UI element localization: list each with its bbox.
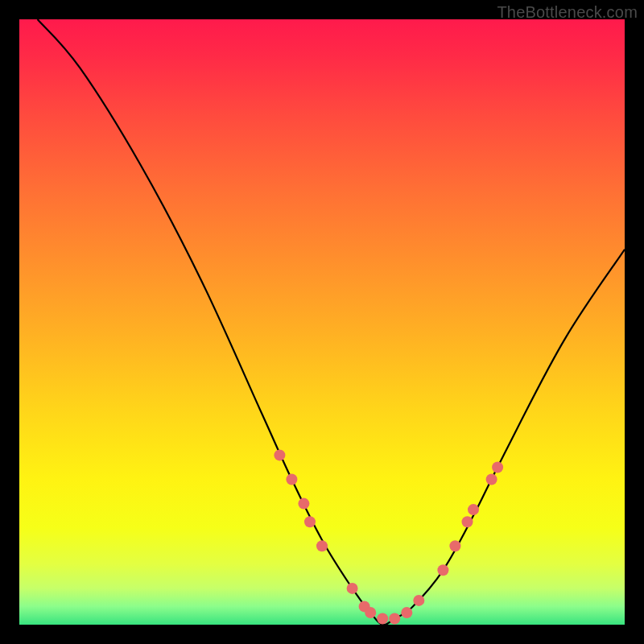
highlight-dot bbox=[298, 498, 309, 510]
highlight-markers bbox=[274, 449, 503, 624]
highlight-dot bbox=[449, 540, 460, 551]
highlight-dot bbox=[492, 462, 503, 473]
highlight-dot bbox=[468, 504, 479, 515]
highlight-dot bbox=[413, 595, 424, 606]
highlight-dot bbox=[401, 607, 412, 618]
chart-frame bbox=[19, 19, 625, 625]
highlight-dot bbox=[486, 474, 497, 485]
chart-svg bbox=[19, 19, 625, 625]
highlight-dot bbox=[304, 516, 316, 527]
highlight-dot bbox=[377, 613, 388, 625]
highlight-dot bbox=[316, 540, 328, 551]
watermark-text: TheBottleneck.com bbox=[497, 3, 638, 22]
highlight-dot bbox=[274, 449, 285, 460]
highlight-dot bbox=[365, 607, 376, 618]
highlight-dot bbox=[462, 516, 473, 527]
highlight-dot bbox=[389, 613, 400, 625]
curve-path bbox=[38, 19, 625, 625]
highlight-dot bbox=[437, 564, 448, 576]
highlight-dot bbox=[286, 474, 297, 485]
highlight-dot bbox=[347, 583, 358, 594]
